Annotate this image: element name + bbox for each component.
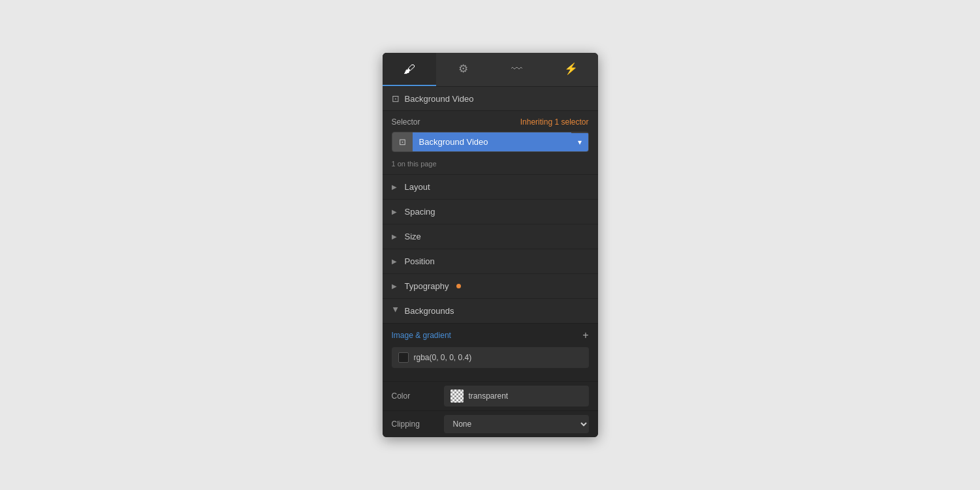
chevron-down-icon: ▾ — [571, 133, 588, 151]
bolt-icon: ⚡ — [564, 62, 578, 76]
chevron-right-icon: ▶ — [392, 233, 400, 240]
selector-dropdown[interactable]: ⊡ Background Video ▾ — [392, 132, 589, 152]
drops-icon: 〰 — [511, 63, 522, 76]
panel: 🖌 ⚙ 〰 ⚡ ⊡ Background Video Selector Inhe… — [383, 53, 598, 437]
chevron-right-icon: ▶ — [392, 258, 400, 265]
inheriting-count: 1 — [554, 117, 559, 127]
section-position-label: Position — [405, 256, 435, 266]
gear-icon: ⚙ — [458, 62, 468, 76]
color-swatch — [398, 352, 409, 363]
section-backgrounds-label: Backgrounds — [405, 306, 454, 316]
chevron-right-icon: ▶ — [392, 208, 400, 215]
section-size-label: Size — [405, 232, 421, 241]
tab-drops[interactable]: 〰 — [490, 53, 545, 86]
tab-paint[interactable]: 🖌 — [383, 53, 437, 86]
panel-header-title: Background Video — [405, 94, 474, 104]
color-prop-row: Color transparent — [383, 381, 598, 410]
header-icon: ⊡ — [392, 93, 400, 104]
typography-modified-dot — [456, 284, 461, 288]
clipping-label: Clipping — [392, 420, 444, 429]
panel-header: ⊡ Background Video — [383, 87, 598, 111]
section-typography-label: Typography — [405, 281, 449, 291]
backgrounds-sub-section: Image & gradient + rgba(0, 0, 0, 0.4) — [383, 323, 598, 381]
selector-area: Selector Inheriting 1 selector ⊡ Backgro… — [383, 111, 598, 156]
color-value: rgba(0, 0, 0, 0.4) — [414, 353, 472, 362]
chevron-right-icon: ▶ — [392, 183, 400, 191]
selector-label: Selector — [392, 117, 420, 127]
section-layout[interactable]: ▶ Layout — [383, 174, 598, 199]
image-gradient-row: Image & gradient + — [392, 330, 589, 341]
selector-label-row: Selector Inheriting 1 selector — [392, 117, 589, 127]
tab-bolt[interactable]: ⚡ — [544, 53, 598, 86]
add-background-button[interactable]: + — [582, 330, 588, 341]
page-count: 1 on this page — [383, 156, 598, 174]
section-size[interactable]: ▶ Size — [383, 224, 598, 249]
tab-gear[interactable]: ⚙ — [436, 53, 490, 86]
selector-element-icon: ⊡ — [392, 132, 413, 151]
color-value-text: transparent — [469, 391, 509, 401]
clipping-prop-row: Clipping None Border Box Padding Box Con… — [383, 410, 598, 437]
section-backgrounds[interactable]: ▶ Backgrounds — [383, 298, 598, 323]
section-layout-label: Layout — [405, 182, 430, 192]
clipping-select[interactable]: None Border Box Padding Box Content Box … — [444, 415, 589, 433]
color-label: Color — [392, 391, 444, 401]
tab-bar: 🖌 ⚙ 〰 ⚡ — [383, 53, 598, 87]
selector-inheriting: Inheriting 1 selector — [520, 117, 589, 127]
section-spacing[interactable]: ▶ Spacing — [383, 199, 598, 224]
selector-value: Background Video — [413, 132, 571, 151]
chevron-right-icon: ▶ — [392, 283, 400, 290]
section-position[interactable]: ▶ Position — [383, 249, 598, 273]
color-entry[interactable]: rgba(0, 0, 0, 0.4) — [392, 347, 589, 368]
color-picker-button[interactable]: transparent — [444, 386, 589, 406]
chevron-down-icon: ▶ — [392, 307, 399, 315]
image-gradient-label: Image & gradient — [392, 331, 451, 340]
transparent-swatch — [450, 390, 464, 403]
paint-icon: 🖌 — [403, 63, 415, 75]
section-spacing-label: Spacing — [405, 207, 435, 217]
section-typography[interactable]: ▶ Typography — [383, 273, 598, 298]
